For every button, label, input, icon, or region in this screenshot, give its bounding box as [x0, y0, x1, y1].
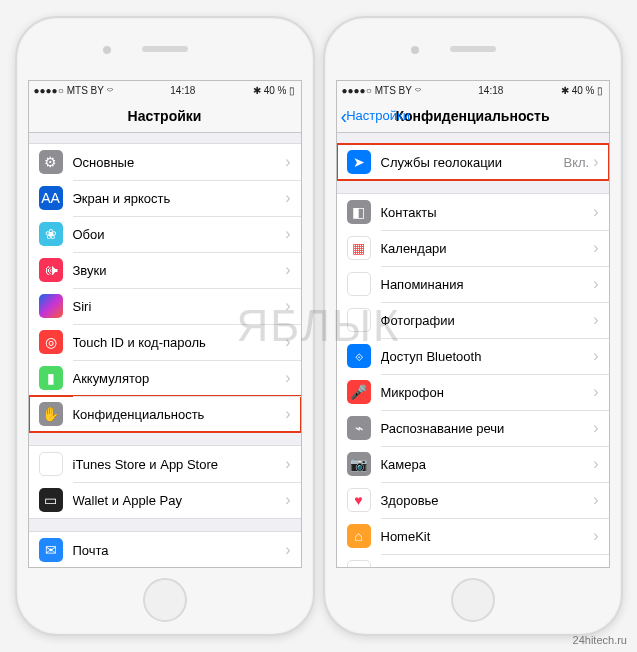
navbar: ‹ Настройки Конфиденциальность — [337, 99, 609, 133]
row-label: Медиа и Apple Music — [381, 565, 594, 568]
settings-group: ◧Контакты›▦Календари›☰Напоминания›✿Фотог… — [337, 193, 609, 567]
row-camera[interactable]: 📷Камера› — [337, 446, 609, 482]
screen-left: ●●●●○ MTS BY ⌔ 14:18 ✱ 40 % ▯ Настройки … — [28, 80, 302, 568]
chevron-right-icon: › — [593, 275, 598, 293]
row-wallet[interactable]: ▭Wallet и Apple Pay› — [29, 482, 301, 518]
chevron-right-icon: › — [593, 347, 598, 365]
row-photos[interactable]: ✿Фотографии› — [337, 302, 609, 338]
status-time: 14:18 — [478, 85, 503, 96]
chevron-right-icon: › — [593, 383, 598, 401]
chevron-right-icon: › — [285, 225, 290, 243]
row-location[interactable]: ➤Службы геолокацииВкл.› — [337, 144, 609, 180]
homekit-icon: ⌂ — [347, 524, 371, 548]
row-touchid[interactable]: ◎Touch ID и код-пароль› — [29, 324, 301, 360]
chevron-right-icon: › — [593, 311, 598, 329]
row-label: Siri — [73, 299, 286, 314]
photos-icon: ✿ — [347, 308, 371, 332]
bluetooth-icon: ✱ — [561, 85, 569, 96]
row-mic[interactable]: 🎤Микрофон› — [337, 374, 609, 410]
phone-left: ●●●●○ MTS BY ⌔ 14:18 ✱ 40 % ▯ Настройки … — [15, 16, 315, 636]
row-label: Основные — [73, 155, 286, 170]
row-label: Почта — [73, 543, 286, 558]
privacy-icon: ✋ — [39, 402, 63, 426]
chevron-right-icon: › — [593, 239, 598, 257]
row-general[interactable]: ⚙Основные› — [29, 144, 301, 180]
navbar: Настройки — [29, 99, 301, 133]
battery-icon: ▮ — [39, 366, 63, 390]
camera-icon: 📷 — [347, 452, 371, 476]
credit: 24hitech.ru — [573, 634, 627, 646]
chevron-right-icon: › — [285, 369, 290, 387]
settings-group: ➤Службы геолокацииВкл.› — [337, 143, 609, 181]
row-label: HomeKit — [381, 529, 594, 544]
bluetooth-icon: ✱ — [253, 85, 261, 96]
speaker — [142, 46, 188, 52]
front-camera — [103, 46, 111, 54]
settings-list[interactable]: ⚙Основные›AAЭкран и яркость›❀Обои›🕪Звуки… — [29, 133, 301, 567]
general-icon: ⚙ — [39, 150, 63, 174]
row-privacy[interactable]: ✋Конфиденциальность› — [29, 396, 301, 432]
row-label: Конфиденциальность — [73, 407, 286, 422]
privacy-list[interactable]: ➤Службы геолокацииВкл.›◧Контакты›▦Календ… — [337, 133, 609, 567]
row-bluetooth[interactable]: ⟐Доступ Bluetooth› — [337, 338, 609, 374]
row-label: Обои — [73, 227, 286, 242]
row-speech[interactable]: ⌁Распознавание речи› — [337, 410, 609, 446]
reminders-icon: ☰ — [347, 272, 371, 296]
home-button[interactable] — [143, 578, 187, 622]
row-itunes[interactable]: ⒶiTunes Store и App Store› — [29, 446, 301, 482]
row-battery[interactable]: ▮Аккумулятор› — [29, 360, 301, 396]
calendar-icon: ▦ — [347, 236, 371, 260]
chevron-right-icon: › — [285, 261, 290, 279]
media-icon: ♫ — [347, 560, 371, 567]
display-icon: AA — [39, 186, 63, 210]
status-bar: ●●●●○ MTS BY ⌔ 14:18 ✱ 40 % ▯ — [337, 81, 609, 99]
row-media[interactable]: ♫Медиа и Apple Music› — [337, 554, 609, 567]
row-contacts[interactable]: ◧Контакты› — [337, 194, 609, 230]
back-button[interactable]: ‹ Настройки — [341, 108, 410, 123]
row-reminders[interactable]: ☰Напоминания› — [337, 266, 609, 302]
row-label: Экран и яркость — [73, 191, 286, 206]
row-calendar[interactable]: ▦Календари› — [337, 230, 609, 266]
wallet-icon: ▭ — [39, 488, 63, 512]
signal-icon: ●●●●○ — [342, 85, 372, 96]
chevron-right-icon: › — [593, 527, 598, 545]
row-siri[interactable]: Siri› — [29, 288, 301, 324]
row-label: Звуки — [73, 263, 286, 278]
home-button[interactable] — [451, 578, 495, 622]
row-label: Календари — [381, 241, 594, 256]
chevron-right-icon: › — [285, 491, 290, 509]
row-label: Аккумулятор — [73, 371, 286, 386]
row-homekit[interactable]: ⌂HomeKit› — [337, 518, 609, 554]
row-wallpaper[interactable]: ❀Обои› — [29, 216, 301, 252]
row-health[interactable]: ♥Здоровье› — [337, 482, 609, 518]
phone-right: ●●●●○ MTS BY ⌔ 14:18 ✱ 40 % ▯ ‹ Настройк… — [323, 16, 623, 636]
chevron-right-icon: › — [285, 189, 290, 207]
chevron-right-icon: › — [285, 333, 290, 351]
row-label: Камера — [381, 457, 594, 472]
row-label: Службы геолокации — [381, 155, 564, 170]
settings-group: ⚙Основные›AAЭкран и яркость›❀Обои›🕪Звуки… — [29, 143, 301, 433]
row-label: Микрофон — [381, 385, 594, 400]
battery-icon: ▯ — [597, 85, 603, 96]
settings-group: ✉Почта› — [29, 531, 301, 567]
page-title: Конфиденциальность — [395, 108, 549, 124]
location-icon: ➤ — [347, 150, 371, 174]
row-detail: Вкл. — [563, 155, 589, 170]
signal-icon: ●●●●○ — [34, 85, 64, 96]
chevron-right-icon: › — [593, 203, 598, 221]
chevron-right-icon: › — [285, 541, 290, 559]
health-icon: ♥ — [347, 488, 371, 512]
status-bar: ●●●●○ MTS BY ⌔ 14:18 ✱ 40 % ▯ — [29, 81, 301, 99]
siri-icon — [39, 294, 63, 318]
row-mail[interactable]: ✉Почта› — [29, 532, 301, 567]
carrier: MTS BY — [375, 85, 412, 96]
itunes-icon: Ⓐ — [39, 452, 63, 476]
row-display[interactable]: AAЭкран и яркость› — [29, 180, 301, 216]
mail-icon: ✉ — [39, 538, 63, 562]
row-sounds[interactable]: 🕪Звуки› — [29, 252, 301, 288]
battery-pct: 40 % — [264, 85, 287, 96]
row-label: Touch ID и код-пароль — [73, 335, 286, 350]
row-label: Доступ Bluetooth — [381, 349, 594, 364]
row-label: Wallet и Apple Pay — [73, 493, 286, 508]
battery-icon: ▯ — [289, 85, 295, 96]
